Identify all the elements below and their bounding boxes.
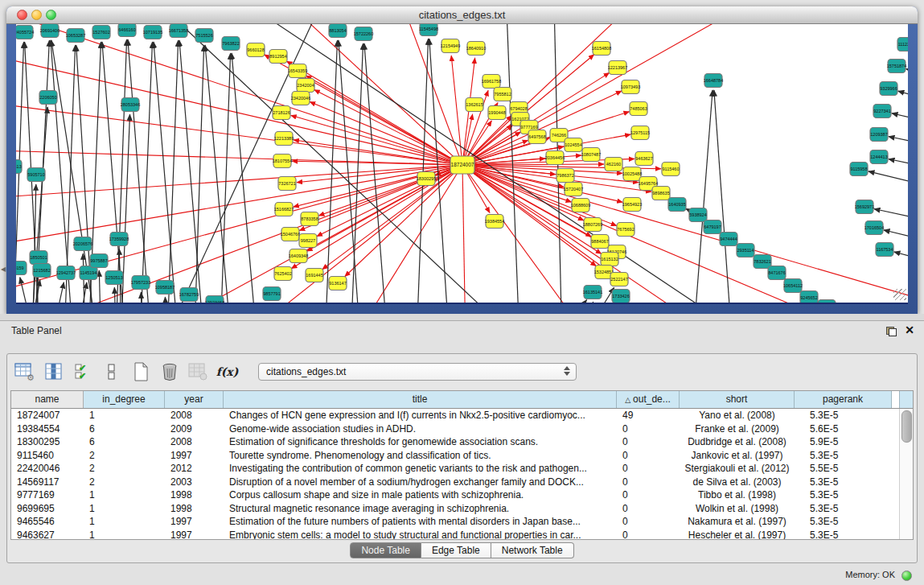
graph-node-label: 18640910 — [466, 46, 486, 51]
graph-edge-directed-black — [690, 90, 713, 304]
table-row[interactable]: 977716911998Corpus callosum shape and si… — [11, 488, 900, 502]
table-cell-in_degree: 2 — [84, 449, 165, 463]
graph-node-label: 17957233 — [131, 280, 150, 285]
table-cell-name: 22420046 — [11, 462, 84, 476]
resize-grip-icon[interactable] — [893, 289, 906, 300]
graph-edge-directed-red — [16, 44, 462, 165]
graph-node-label: 19654923 — [622, 202, 642, 207]
graph-node-label: 7955812 — [494, 92, 511, 97]
minimize-window-icon[interactable] — [31, 10, 42, 20]
table-row[interactable]: 946362711997Embryonic stem cells: a mode… — [11, 529, 900, 541]
show-columns-icon[interactable] — [43, 361, 64, 382]
table-vertical-scrollbar[interactable] — [899, 409, 913, 539]
graph-node-label: 2099613 — [16, 164, 22, 169]
graph-node-label: 9245652 — [800, 295, 817, 300]
import-table-icon[interactable] — [187, 361, 209, 382]
table-cell-in_degree: 1 — [84, 515, 165, 529]
graph-edge-directed-black — [894, 252, 908, 270]
table-cell-title: Structural magnetic resonance image aver… — [224, 502, 617, 516]
tab-node-table[interactable]: Node Table — [350, 542, 421, 558]
graph-node-label: 10025488 — [622, 171, 642, 176]
graph-node-label: 28053346 — [121, 102, 140, 107]
column-header-out_degree[interactable]: △out_de... — [617, 391, 680, 408]
function-icon[interactable]: f(x) — [216, 361, 238, 382]
table-mode-icon[interactable]: ⚙ — [14, 361, 35, 382]
graph-node[interactable] — [818, 300, 836, 305]
zoom-window-icon[interactable] — [46, 10, 56, 20]
graph-node-label: 1215682 — [33, 268, 50, 273]
table-cell-out_degree: 0 — [617, 422, 680, 436]
graph-edge-directed-black — [42, 282, 64, 304]
column-header-pagerank[interactable]: pagerank — [795, 391, 892, 408]
table-row[interactable]: 1830029562008Estimation of significance … — [11, 435, 900, 449]
tab-network-table[interactable]: Network Table — [491, 542, 574, 558]
close-panel-icon[interactable]: ✕ — [905, 323, 914, 336]
table-select-value: citations_edges.txt — [266, 366, 346, 377]
table-row[interactable]: 1872400712008Changes of HCN gene express… — [11, 409, 900, 422]
panel-title: Table Panel — [11, 325, 62, 336]
graph-node-label: 5938924 — [689, 212, 706, 217]
graph-node-label: 12213967 — [608, 65, 627, 70]
panel-collapse-arrow-icon[interactable]: ◀ — [1, 266, 6, 273]
graph-node-label: 12213389 — [274, 136, 294, 141]
column-header-in_degree[interactable]: in_degree — [84, 391, 165, 408]
column-header-short[interactable]: short — [680, 391, 795, 408]
graph-node-label: 1209387 — [870, 132, 887, 137]
network-canvas[interactable]: 2405572420691406106532871527602646616010… — [16, 24, 908, 304]
close-window-icon[interactable] — [17, 10, 27, 20]
table-row[interactable]: 1938455462009Genome-wide association stu… — [11, 422, 900, 436]
float-panel-icon[interactable] — [886, 327, 897, 336]
graph-edge-directed-black — [114, 39, 127, 304]
horizontal-splitter[interactable] — [0, 314, 924, 320]
delete-icon[interactable] — [158, 361, 180, 382]
graph-edge-directed-black — [523, 300, 587, 304]
table-cell-year: 1998 — [165, 488, 224, 502]
graph-edge-directed-black — [165, 297, 168, 304]
graph-node-label: 16961758 — [482, 79, 501, 84]
graph-node-label: 16782759 — [179, 292, 199, 297]
graph-node-label: 16135141 — [583, 290, 602, 295]
graph-node-label: 1990448 — [488, 110, 505, 115]
table-cell-pagerank: 5.3E-5 — [795, 515, 892, 529]
column-header-title[interactable]: title — [224, 391, 617, 408]
table-row[interactable]: 2242004622012Investigating the contribut… — [11, 462, 900, 476]
graph-node-label: 9884067 — [591, 239, 608, 244]
graph-edge-directed-black — [323, 40, 338, 304]
window-titlebar[interactable]: citations_edges.txt — [6, 6, 918, 24]
table-cell-name: 18724007 — [11, 409, 84, 422]
graph-node-label: 998227 — [301, 238, 315, 243]
graph-node-label: 9115460 — [662, 167, 679, 171]
table-cell-in_degree: 2 — [84, 476, 165, 489]
table-cell-in_degree: 1 — [84, 529, 165, 541]
graph-node-label: 15751874 — [887, 64, 906, 68]
table-row[interactable]: 911546021997Tourette syndrome. Phenomeno… — [11, 449, 900, 463]
graph-edge-directed-red — [16, 165, 462, 304]
column-header-name[interactable]: name — [11, 391, 84, 408]
column-header-year[interactable]: year — [165, 391, 224, 408]
tab-edge-table[interactable]: Edge Table — [421, 542, 491, 558]
graph-node-label: 1244413 — [870, 154, 887, 159]
table-cell-year: 1998 — [165, 502, 224, 516]
table-cell-in_degree: 2 — [84, 462, 165, 476]
column-check-icon[interactable]: ✔ ✔ — [72, 361, 93, 382]
table-body: 1872400712008Changes of HCN gene express… — [11, 409, 900, 539]
graph-node-label: 8471676 — [768, 270, 785, 275]
graph-node-label: 5905710 — [27, 172, 44, 177]
memory-ok-icon[interactable] — [901, 571, 912, 581]
new-column-icon[interactable] — [129, 361, 151, 382]
row-height-icon[interactable] — [101, 361, 122, 382]
sort-ascending-icon: △ — [625, 396, 630, 404]
graph-node-label: 16543359 — [288, 68, 307, 73]
table-row[interactable]: 946554611997Estimation of the future num… — [11, 515, 900, 529]
table-cell-short: Wolkin et al. (1998) — [680, 502, 795, 516]
table-row[interactable]: 1456911722003Disruption of a novel membe… — [11, 476, 900, 489]
scrollbar-thumb[interactable] — [901, 410, 912, 443]
table-select-dropdown[interactable]: citations_edges.txt — [258, 363, 577, 381]
table-row[interactable]: 969969511998Structural magnetic resonanc… — [11, 502, 900, 516]
table-cell-title: Changes of HCN gene expression and I(f) … — [224, 409, 617, 422]
graph-node-label: 18300295 — [417, 176, 436, 181]
graph-node-label: 10807487 — [581, 152, 601, 157]
graph-node-label: 9115958 — [850, 167, 867, 171]
graph-node-label: 19384554 — [485, 219, 504, 224]
graph-node-label: 1640935 — [668, 202, 685, 207]
